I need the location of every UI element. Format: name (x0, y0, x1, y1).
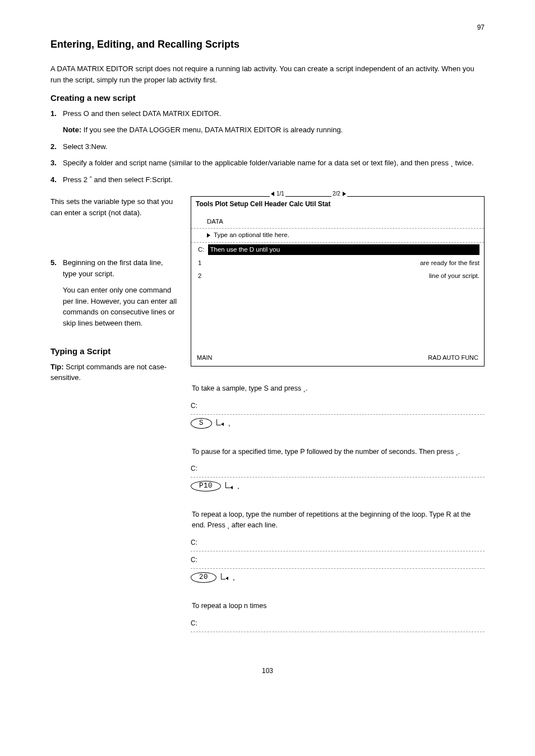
example-title: To repeat a loop n times (192, 601, 485, 611)
editor-row-selected: C: Then use the D until you (191, 242, 484, 257)
entry-line: P10 ¸ (191, 477, 485, 493)
step-item: 1.Press O and then select DATA MATRIX ED… (50, 108, 485, 119)
enter-arrow-icon (221, 574, 228, 581)
key-ellipse: P10 (191, 481, 221, 491)
step-list: 1.Press O and then select DATA MATRIX ED… (50, 108, 485, 185)
editor-row: DATA (191, 211, 484, 228)
triangle-left-icon (271, 192, 274, 196)
enter-symbol: ¸ (228, 418, 233, 429)
script-note: You can enter only one command per line.… (63, 285, 179, 328)
prompt-line: C: (191, 460, 485, 477)
example-title: To repeat a loop, type the number of rep… (192, 509, 485, 531)
example-block: To repeat a loop, type the number of rep… (191, 509, 485, 584)
step4-extra: This sets the variable type so that you … (50, 196, 179, 218)
triangle-right-icon (343, 192, 346, 196)
example-block: To pause for a specified time, type P fo… (191, 447, 485, 493)
intro-paragraph: A DATA MATRIX EDITOR script does not req… (50, 63, 485, 85)
enter-arrow-icon (225, 483, 233, 489)
key-ellipse: 20 (191, 572, 216, 583)
step-item: 2.Select 3:New. (50, 141, 485, 152)
tip-paragraph: Tip: Script commands are not case-sensit… (50, 361, 179, 383)
prompt-line: C: (191, 534, 485, 551)
example-title: To pause for a specified time, type P fo… (192, 447, 485, 457)
editor-row: 2 line of your script. (191, 270, 484, 282)
page-number-bottom: 103 (50, 666, 485, 676)
triangle-right-icon (207, 233, 210, 238)
step-note: Note: If you see the DATA LOGGER menu, D… (63, 124, 485, 136)
key-ellipse: S (191, 418, 212, 429)
step-item: 4.Press 2 ˆ and then select F:Script. (50, 174, 485, 185)
enter-symbol: ¸ (233, 572, 237, 583)
page-number-top: 97 (50, 22, 485, 33)
editor-row: 1 are ready for the first (191, 257, 484, 270)
tab-indicator: 1/1 (270, 189, 285, 198)
editor-titlebar: Tools Plot Setup Cell Header Calc Util S… (191, 197, 484, 211)
example-block: To repeat a loop n times C: (191, 601, 485, 632)
prompt-line: C: (191, 615, 485, 632)
enter-arrow-icon (216, 420, 224, 426)
section-heading-creating: Creating a new script (50, 92, 485, 105)
editor-statusbar: MAIN RAD AUTO FUNC (191, 350, 484, 366)
example-block: To take a sample, type S and press ¸. C:… (191, 383, 485, 430)
entry-line: 20 ¸ (191, 569, 485, 584)
entry-line: S ¸ (191, 415, 485, 430)
step-item: 3.Specify a folder and script name (simi… (50, 157, 485, 169)
page-title: Entering, Editing, and Recalling Scripts (50, 37, 485, 52)
prompt-line: C: (191, 551, 485, 569)
step-item: 5.Beginning on the first data line, type… (50, 257, 179, 279)
section-heading-typing: Typing a Script (50, 345, 179, 358)
tab-indicator: 2/2 (331, 189, 347, 198)
prompt-line: C: (191, 397, 485, 415)
editor-row: Type an optional title here. (191, 228, 484, 242)
editor-screen: 1/1 2/2 Tools Plot Setup Cell Header Cal… (191, 196, 485, 367)
enter-symbol: ¸ (237, 481, 242, 491)
example-title: To take a sample, type S and press ¸. (192, 383, 485, 394)
